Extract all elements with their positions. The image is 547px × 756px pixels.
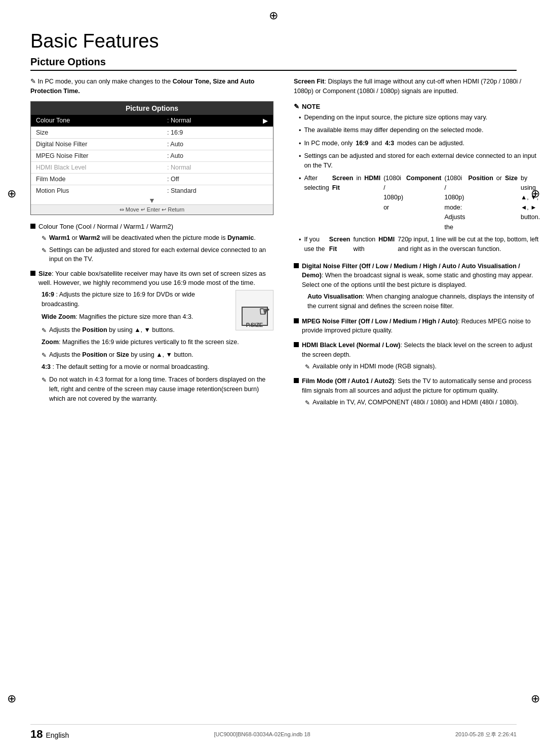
more-indicator: ▼ <box>31 196 273 204</box>
row-arrow <box>258 173 273 185</box>
row-value: : Auto <box>162 138 258 150</box>
digital-noise-sub: Auto Visualisation: When changing analog… <box>305 292 540 312</box>
row-label: Digital Noise Filter <box>31 138 162 150</box>
pencil-icon: ✎ <box>42 234 47 243</box>
note-title: ✎ NOTE <box>294 103 540 110</box>
table-row: MPEG Noise Filter : Auto <box>31 150 273 161</box>
hdmi-black-title: HDMI Black Level (Normal / Low): Selects… <box>294 341 540 360</box>
row-label: Film Mode <box>31 173 162 185</box>
page-title: Basic Features <box>30 30 517 52</box>
pencil-icon-film: ✎ <box>305 398 310 408</box>
table-row: Digital Noise Filter : Auto <box>31 138 273 150</box>
zoom-sub: ✎ Adjusts the Position or Size by using … <box>42 350 274 360</box>
row-label: HDMI Black Level <box>31 161 162 173</box>
footer-page-number: 18 English <box>30 728 69 741</box>
picture-options-table: Colour Tone : Normal ▶ Size : 16:9 Digit… <box>31 115 273 196</box>
table-row: Size : 16:9 <box>31 127 273 138</box>
note-item: After selecting Screen Fit in HDMI (1080… <box>299 174 540 232</box>
row-arrow <box>258 150 273 161</box>
colour-tone-section: Colour Tone (Cool / Normal / Warm1 / War… <box>30 222 274 265</box>
row-value: : Off <box>162 173 258 185</box>
43-sub: ✎ Do not watch in 4:3 format for a long … <box>42 375 274 403</box>
bullet-square-size-icon <box>30 271 35 276</box>
row-value: : Auto <box>162 150 258 161</box>
pencil-icon-2: ✎ <box>42 246 47 255</box>
row-arrow: ▶ <box>258 115 273 127</box>
row-value: : Standard <box>162 185 258 196</box>
intro-text: ✎ In PC mode, you can only make changes … <box>30 77 274 96</box>
mpeg-noise-title: MPEG Noise Filter (Off / Low / Medium / … <box>294 317 540 336</box>
picture-options-header: Picture Options <box>31 102 273 115</box>
section-title: Picture Options <box>30 56 517 71</box>
pencil-icon-3: ✎ <box>42 326 47 335</box>
note-item: The available items may differ depending… <box>299 125 540 136</box>
colour-tone-sub2: ✎ Settings can be adjusted and stored fo… <box>42 245 274 265</box>
note-item: Settings can be adjusted and stored for … <box>299 151 540 171</box>
table-row: Motion Plus : Standard <box>31 185 273 196</box>
row-value: : 16:9 <box>162 127 258 138</box>
footer-date: 2010-05-28 오후 2:26:41 <box>455 731 517 738</box>
wide-zoom-sub: ✎ Adjusts the Position by using ▲, ▼ but… <box>42 325 230 335</box>
note-item: Depending on the input source, the pictu… <box>299 113 540 123</box>
row-label: Motion Plus <box>31 185 162 196</box>
footer: 18 English [UC9000]BN68-03034A-02Eng.ind… <box>30 724 517 741</box>
row-label: MPEG Noise Filter <box>31 150 162 161</box>
note-item: If you use the Screen Fit function with … <box>299 235 540 255</box>
colour-tone-sub1: ✎ Warm1 or Warm2 will be deactivated whe… <box>42 233 274 243</box>
digital-noise-title: Digital Noise Filter (Off / Low / Medium… <box>294 262 540 290</box>
size-section: Size: Your cable box/satellite receiver … <box>30 269 274 406</box>
table-row: HDMI Black Level : Normal <box>31 161 273 173</box>
note-item: In PC mode, only 16:9 and 4:3 modes can … <box>299 139 540 149</box>
row-arrow <box>258 185 273 196</box>
row-arrow <box>258 127 273 138</box>
bullet-square-digital-icon <box>294 263 299 268</box>
picture-options-box: Picture Options Colour Tone : Normal ▶ S… <box>30 101 274 215</box>
bullet-square-mpeg-icon <box>294 318 299 323</box>
right-column: Screen Fit: Displays the full image with… <box>294 77 540 412</box>
screen-fit-text: Screen Fit: Displays the full image with… <box>294 77 540 97</box>
note-list: Depending on the input source, the pictu… <box>294 113 540 255</box>
size-title: Size: Your cable box/satellite receiver … <box>30 269 274 287</box>
pencil-icon-note: ✎ <box>294 103 299 110</box>
row-label: Size <box>31 127 162 138</box>
note-section: ✎ NOTE Depending on the input source, th… <box>294 103 540 255</box>
table-row: Film Mode : Off <box>31 173 273 185</box>
row-arrow <box>258 138 273 150</box>
row-value: : Normal <box>162 115 258 127</box>
psize-hand-icon: ☞ <box>259 305 270 319</box>
footer-file: [UC9000]BN68-03034A-02Eng.indb 18 <box>214 731 310 737</box>
bullet-square-icon <box>30 224 35 229</box>
row-value: : Normal <box>162 161 258 173</box>
hdmi-black-section: HDMI Black Level (Normal / Low): Selects… <box>294 341 540 371</box>
film-mode-title: Film Mode (Off / Auto1 / Auto2): Sets th… <box>294 376 540 396</box>
pencil-icon-hdmi: ✎ <box>305 362 310 372</box>
43-text: 4:3 : The default setting for a movie or… <box>42 362 274 372</box>
bullet-square-hdmi-icon <box>294 342 299 347</box>
row-label: Colour Tone <box>31 115 162 127</box>
colour-tone-title: Colour Tone (Cool / Normal / Warm1 / War… <box>30 222 274 231</box>
zoom-text: Zoom: Magnifies the 16:9 wide pictures v… <box>42 338 274 347</box>
po-nav: ⇔ Move ↵ Enter ↩ Return <box>31 204 273 215</box>
hdmi-black-sub: ✎ Available only in HDMI mode (RGB signa… <box>305 362 540 372</box>
digital-noise-section: Digital Noise Filter (Off / Low / Medium… <box>294 262 540 312</box>
footer-language: English <box>46 731 69 739</box>
pencil-icon-5: ✎ <box>42 375 47 385</box>
table-row: Colour Tone : Normal ▶ <box>31 115 273 127</box>
mpeg-noise-section: MPEG Noise Filter (Off / Low / Medium / … <box>294 317 540 336</box>
row-arrow <box>258 161 273 173</box>
psize-image: ☞ P.SIZE <box>236 290 274 330</box>
psize-label: P.SIZE <box>246 322 263 328</box>
bullet-square-film-icon <box>294 378 299 383</box>
pencil-icon-4: ✎ <box>42 351 47 360</box>
left-column: ✎ In PC mode, you can only make changes … <box>30 77 274 412</box>
film-mode-section: Film Mode (Off / Auto1 / Auto2): Sets th… <box>294 376 540 407</box>
film-mode-sub: ✎ Available in TV, AV, COMPONENT (480i /… <box>305 398 540 408</box>
